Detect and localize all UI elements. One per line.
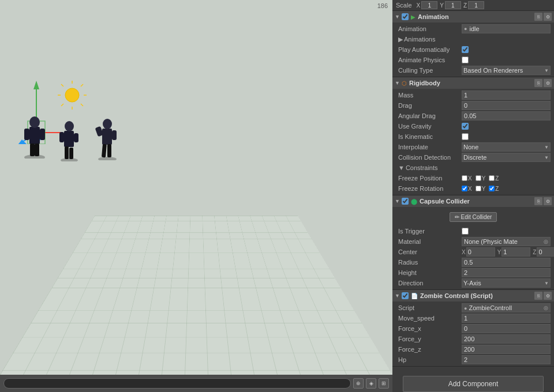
capsule-material-value[interactable]: None (Physic Mate ◎ bbox=[462, 237, 551, 246]
rigidbody-use-gravity-label: Use Gravity bbox=[398, 123, 462, 130]
animation-menu-btn[interactable]: ⚙ bbox=[544, 13, 552, 21]
zombie-move-speed: Move_speed 1 bbox=[392, 313, 554, 323]
capsule-is-trigger-checkbox[interactable] bbox=[462, 228, 469, 235]
zombie-force-x-label: Force_x bbox=[398, 325, 462, 332]
rigidbody-is-kinematic-label: Is Kinematic bbox=[398, 133, 462, 140]
rigidbody-angular-drag-value[interactable]: 0.05 bbox=[462, 111, 551, 120]
edit-collider-row: ✏ Edit Collider bbox=[392, 208, 554, 226]
capsule-collider-settings-btn[interactable]: ⎘ bbox=[534, 197, 542, 205]
freeze-rot-y-label: Y bbox=[482, 186, 486, 192]
freeze-rot-x-checkbox[interactable] bbox=[462, 186, 467, 191]
capsule-collider-menu-btn[interactable]: ⚙ bbox=[544, 197, 552, 205]
freeze-rot-y-checkbox[interactable] bbox=[476, 186, 481, 191]
scale-y-label: Y bbox=[440, 2, 444, 9]
animation-prop-animate-physics: Animate Physics bbox=[392, 55, 554, 65]
animation-prop-culling: Culling Type Based On Renderers ▼ bbox=[392, 65, 554, 76]
animation-component: ▼ ▶ Animation ⎘ ⚙ Animation ● idle ▶Anim… bbox=[392, 11, 554, 77]
capsule-center-fields: X Y Z bbox=[462, 247, 554, 257]
animation-animation-value[interactable]: ● idle bbox=[462, 24, 551, 33]
svg-point-33 bbox=[103, 119, 112, 129]
capsule-height-label: Height bbox=[398, 269, 462, 276]
freeze-rot-z-checkbox[interactable] bbox=[489, 186, 495, 191]
freeze-pos-y-checkbox[interactable] bbox=[476, 175, 481, 181]
zombie-script-header[interactable]: ▼ 📄 Zombie Controll (Script) ⎘ ⚙ bbox=[392, 290, 554, 301]
svg-rect-27 bbox=[59, 132, 64, 142]
animation-enabled-checkbox[interactable] bbox=[402, 13, 409, 20]
zombie-script-pick[interactable]: ◎ bbox=[544, 305, 548, 311]
add-component-button[interactable]: Add Component bbox=[403, 376, 544, 392]
capsule-center-z-input[interactable] bbox=[537, 247, 554, 257]
rigidbody-freeze-rot: Freeze Rotation X Y Z bbox=[392, 183, 554, 194]
capsule-center-x-input[interactable] bbox=[466, 247, 495, 257]
rigidbody-collision-dropdown[interactable]: Discrete ▼ bbox=[462, 153, 551, 162]
rigidbody-freeze-pos: Freeze Position X Y Z bbox=[392, 173, 554, 183]
animation-settings-btn[interactable]: ⎘ bbox=[534, 13, 542, 21]
zombie-script-enabled-checkbox[interactable] bbox=[402, 292, 409, 299]
scale-row: Scale X Y Z bbox=[392, 0, 554, 11]
animation-body: Animation ● idle ▶Animations Play Automa… bbox=[392, 22, 554, 77]
scale-y-input[interactable] bbox=[445, 1, 461, 9]
rigidbody-interpolate-dropdown[interactable]: None ▼ bbox=[462, 142, 551, 152]
capsule-center-label: Center bbox=[398, 248, 462, 255]
freeze-rot-label: Freeze Rotation bbox=[398, 185, 462, 192]
scene-viewport[interactable]: 186 bbox=[0, 0, 392, 392]
zombie-force-x-value[interactable]: 0 bbox=[462, 324, 551, 333]
rigidbody-header[interactable]: ▼ ⬡ Rigidbody ⎘ ⚙ bbox=[392, 77, 554, 89]
svg-rect-29 bbox=[65, 146, 69, 159]
capsule-direction-dropdown[interactable]: Y-Axis ▼ bbox=[462, 278, 551, 288]
capsule-collider-title: Capsule Collider bbox=[420, 198, 532, 205]
rigidbody-settings-btn[interactable]: ⎘ bbox=[534, 79, 542, 87]
rigidbody-collision: Collision Detection Discrete ▼ bbox=[392, 152, 554, 163]
zombie-script-settings-btn[interactable]: ⎘ bbox=[534, 292, 542, 300]
scene-icon-1[interactable]: ⊕ bbox=[353, 378, 364, 389]
zombie-force-x: Force_x 0 bbox=[392, 323, 554, 334]
capsule-center-y-input[interactable] bbox=[501, 247, 530, 257]
capsule-material-pick[interactable]: ◎ bbox=[544, 239, 548, 244]
rigidbody-drag-value[interactable]: 0 bbox=[462, 101, 551, 110]
freeze-pos-z-checkbox[interactable] bbox=[489, 175, 495, 181]
zombie-script-script-value[interactable]: ● ZombieControll ◎ bbox=[462, 303, 551, 312]
edit-collider-label: Edit Collider bbox=[461, 214, 492, 220]
animation-culling-dropdown[interactable]: Based On Renderers ▼ bbox=[462, 66, 551, 75]
freeze-pos-x-checkbox[interactable] bbox=[462, 175, 467, 181]
zombie-force-y-value[interactable]: 200 bbox=[462, 334, 551, 344]
scale-z-input[interactable] bbox=[468, 1, 484, 9]
rigidbody-mass-value[interactable]: 1 bbox=[462, 91, 551, 100]
scene-icon-3[interactable]: ⊞ bbox=[379, 378, 389, 389]
animation-animate-physics-checkbox[interactable] bbox=[462, 56, 469, 63]
svg-line-14 bbox=[81, 104, 83, 106]
zombie-move-speed-value[interactable]: 1 bbox=[462, 314, 551, 323]
svg-rect-21 bbox=[40, 129, 45, 140]
capsule-radius-value[interactable]: 0.5 bbox=[462, 258, 551, 267]
zombie-script-menu-btn[interactable]: ⚙ bbox=[544, 292, 552, 300]
freeze-pos-checks: X Y Z bbox=[462, 175, 499, 182]
svg-rect-20 bbox=[24, 129, 29, 140]
svg-line-13 bbox=[61, 84, 63, 86]
capsule-height-value[interactable]: 2 bbox=[462, 268, 551, 277]
svg-rect-32 bbox=[102, 129, 112, 145]
animation-header[interactable]: ▼ ▶ Animation ⎘ ⚙ bbox=[392, 11, 554, 22]
capsule-collider-enabled-checkbox[interactable] bbox=[402, 198, 409, 205]
scene-search-input[interactable] bbox=[3, 378, 351, 389]
rigidbody-use-gravity-checkbox[interactable] bbox=[462, 123, 469, 130]
freeze-rot-x-label: X bbox=[468, 186, 472, 192]
rigidbody-mass-label: Mass bbox=[398, 92, 462, 99]
animation-play-auto-checkbox[interactable] bbox=[462, 46, 469, 53]
scale-x-input[interactable] bbox=[421, 1, 437, 9]
animation-animation-label: Animation bbox=[398, 25, 462, 32]
rigidbody-is-kinematic-checkbox[interactable] bbox=[462, 133, 469, 140]
zombie-hp-value[interactable]: 2 bbox=[462, 355, 551, 364]
capsule-material: Material None (Physic Mate ◎ bbox=[392, 236, 554, 247]
scene-icon-2[interactable]: ◈ bbox=[366, 378, 376, 389]
svg-point-19 bbox=[29, 116, 40, 128]
animation-prop-play-auto: Play Automatically bbox=[392, 44, 554, 55]
scale-y: Y bbox=[440, 1, 461, 9]
zombie-force-y: Force_y 200 bbox=[392, 334, 554, 344]
capsule-collider-header[interactable]: ▼ ⬤ Capsule Collider ⎘ ⚙ bbox=[392, 195, 554, 207]
svg-rect-34 bbox=[95, 126, 103, 137]
rigidbody-menu-btn[interactable]: ⚙ bbox=[544, 79, 552, 87]
capsule-center-y-field: Y bbox=[497, 247, 531, 257]
zombie-force-z-value[interactable]: 200 bbox=[462, 345, 551, 354]
edit-collider-button[interactable]: ✏ Edit Collider bbox=[450, 212, 497, 222]
capsule-center-z-label: Z bbox=[533, 249, 536, 255]
